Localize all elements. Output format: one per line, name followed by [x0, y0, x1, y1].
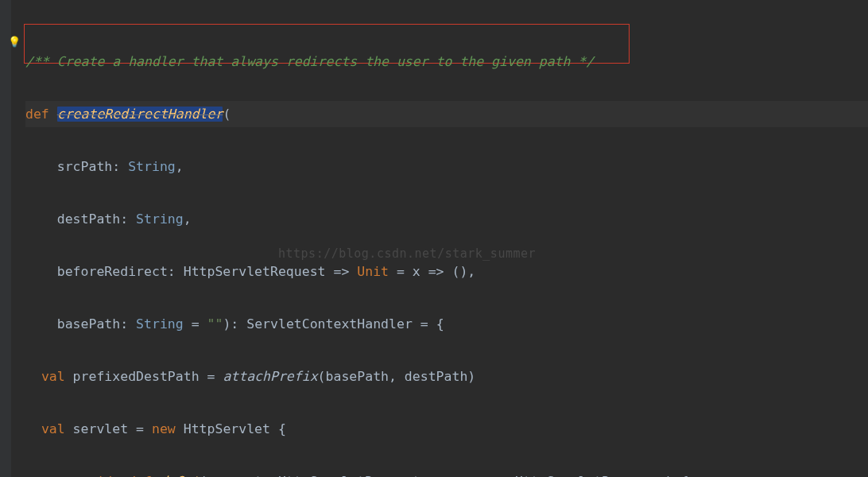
keyword-val: val	[41, 421, 65, 436]
function-name: doGet	[152, 474, 200, 477]
type: HttpServletResponse	[515, 474, 665, 477]
keyword-def: def	[25, 107, 49, 122]
code-line[interactable]: def createRedirectHandler(	[25, 101, 868, 127]
lightbulb-icon[interactable]: 💡	[8, 29, 19, 40]
code-line[interactable]: /** Create a handler that always redirec…	[25, 48, 868, 75]
code-block[interactable]: /** Create a handler that always redirec…	[0, 22, 868, 477]
type: HttpServletRequest	[278, 474, 420, 477]
type: HttpServletRequest	[184, 264, 326, 279]
keyword-def: def	[120, 474, 152, 477]
code-editor[interactable]: 💡 https://blog.csdn.net/stark_summer /**…	[0, 0, 868, 477]
keyword-new: new	[152, 421, 176, 436]
type: String	[136, 211, 184, 227]
code-line[interactable]: override def doGet(request: HttpServletR…	[25, 468, 868, 477]
type: String	[128, 159, 176, 174]
param-name: beforeRedirect	[57, 264, 168, 279]
code-line[interactable]: basePath: String = ""): ServletContextHa…	[25, 311, 868, 337]
keyword-val: val	[41, 369, 65, 384]
param-name: srcPath	[57, 159, 113, 174]
editor-gutter	[0, 0, 11, 477]
string-literal: ""	[207, 316, 223, 332]
javadoc-comment: /** Create a handler that always redirec…	[25, 54, 594, 69]
param-name: destPath	[57, 211, 120, 227]
code-line[interactable]: val servlet = new HttpServlet {	[25, 416, 868, 442]
code-line[interactable]: destPath: String,	[25, 206, 868, 232]
keyword-override: override	[57, 474, 120, 477]
code-line[interactable]: beforeRedirect: HttpServletRequest => Un…	[25, 258, 868, 285]
function-call: attachPrefix	[223, 369, 317, 384]
return-type: ServletContextHandler	[246, 316, 413, 332]
function-name: createRedirectHandler	[57, 107, 223, 122]
type: String	[136, 316, 184, 332]
code-line[interactable]: srcPath: String,	[25, 153, 868, 180]
type-unit: Unit	[357, 264, 389, 279]
paren: (	[223, 107, 231, 122]
param-name: basePath	[57, 316, 120, 332]
code-line[interactable]: val prefixedDestPath = attachPrefix(base…	[25, 363, 868, 390]
